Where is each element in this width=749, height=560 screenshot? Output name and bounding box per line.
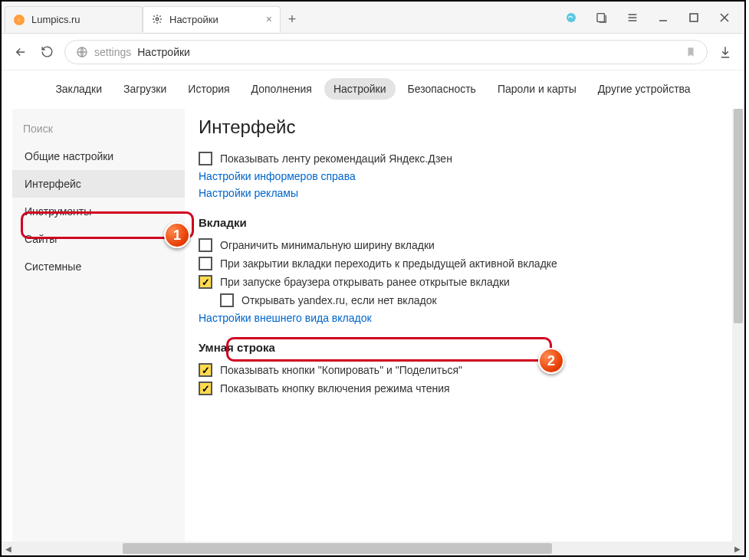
bookmark-icon[interactable] [685,46,696,58]
sidebar-search[interactable]: Поиск [12,115,185,142]
close-button[interactable] [718,11,731,24]
topnav-security[interactable]: Безопасность [399,78,485,100]
checkbox-icon[interactable] [199,382,212,395]
titlebar: Lumpics.ru Настройки × + [2,2,744,34]
tab-settings[interactable]: Настройки × [143,6,281,32]
svg-rect-3 [597,13,604,21]
address-field[interactable]: settings Настройки [64,40,708,64]
tab-strip: Lumpics.ru Настройки × + [2,2,551,33]
sidebar-item-general[interactable]: Общие настройки [12,142,185,170]
topnav-downloads[interactable]: Загрузки [114,78,176,100]
topnav-settings[interactable]: Настройки [324,78,396,100]
checkbox-label: Показывать кнопки "Копировать" и "Подели… [220,364,462,376]
settings-topnav: Закладки Загрузки История Дополнения Нас… [2,70,744,107]
scroll-left-icon[interactable]: ◀ [2,542,15,555]
tab-title: Lumpics.ru [31,14,80,25]
settings-sidebar: Поиск Общие настройки Интерфейс Инструме… [12,109,185,542]
section-title-tabs: Вкладки [199,216,728,229]
horizontal-scrollbar[interactable]: ◀ ▶ [2,542,744,555]
maximize-button[interactable] [688,11,700,24]
tab-title: Настройки [169,14,218,25]
checkbox-copy-share[interactable]: Показывать кнопки "Копировать" и "Подели… [199,363,728,377]
svg-rect-4 [690,14,698,21]
address-title: Настройки [137,46,190,58]
checkbox-icon[interactable] [220,293,234,307]
checkbox-icon[interactable] [199,257,212,270]
checkbox-icon[interactable] [199,275,212,289]
scrollbar-thumb[interactable] [123,543,552,554]
minimize-button[interactable] [657,11,669,24]
topnav-bookmarks[interactable]: Закладки [46,78,111,100]
checkbox-label: Показывать кнопку включения режима чтени… [220,382,450,395]
checkbox-open-yandex[interactable]: Открывать yandex.ru, если нет вкладок [220,293,728,307]
reload-button[interactable] [38,44,55,61]
orange-favicon-icon [13,14,25,26]
sidebar-item-sites[interactable]: Сайты [12,225,185,253]
section-title-interface: Интерфейс [199,116,728,138]
checkbox-restore-tabs[interactable]: При запуске браузера открывать ранее отк… [199,275,728,289]
checkbox-label: При закрытии вкладки переходить к предыд… [220,257,557,270]
checkbox-close-prev[interactable]: При закрытии вкладки переходить к предыд… [199,257,728,270]
address-context: settings [94,46,131,58]
close-icon[interactable]: × [266,13,272,25]
sidebar-item-system[interactable]: Системные [12,253,185,280]
checkbox-limit-width[interactable]: Ограничить минимальную ширину вкладки [199,238,728,252]
scroll-right-icon[interactable]: ▶ [731,542,744,555]
content-area: Поиск Общие настройки Интерфейс Инструме… [2,109,744,542]
search-placeholder: Поиск [23,123,53,135]
checkbox-icon[interactable] [199,363,212,377]
checkbox-reader[interactable]: Показывать кнопку включения режима чтени… [199,382,728,395]
sidebar-item-interface[interactable]: Интерфейс [12,170,185,198]
link-tab-appearance[interactable]: Настройки внешнего вида вкладок [199,312,728,324]
topnav-addons[interactable]: Дополнения [242,78,321,100]
scrollbar-track[interactable] [15,542,731,555]
browser-window: Lumpics.ru Настройки × + [0,0,746,557]
topnav-devices[interactable]: Другие устройства [589,78,700,100]
address-bar: settings Настройки [2,34,744,70]
checkbox-zen[interactable]: Показывать ленту рекомендаций Яндекс.Дзе… [199,152,728,165]
gear-icon [151,13,163,25]
topnav-passwords[interactable]: Пароли и карты [488,78,586,100]
window-controls [551,2,744,33]
section-title-smartline: Умная строка [199,341,728,354]
checkbox-icon[interactable] [199,238,212,252]
link-ads[interactable]: Настройки рекламы [199,187,728,199]
svg-point-1 [156,18,159,21]
new-tab-button[interactable]: + [281,6,304,33]
checkbox-icon[interactable] [199,152,212,165]
tab-lumpics[interactable]: Lumpics.ru [5,6,143,32]
sidebar-item-tools[interactable]: Инструменты [12,198,185,225]
menu-icon[interactable] [626,11,639,24]
weather-icon[interactable] [565,11,577,24]
downloads-icon[interactable] [717,44,734,61]
svg-point-2 [567,13,576,22]
collections-icon[interactable] [596,11,608,24]
site-icon [76,46,88,58]
back-button[interactable] [12,44,29,61]
link-informers[interactable]: Настройки информеров справа [199,170,728,182]
vertical-scrollbar[interactable] [732,109,734,542]
checkbox-label: Открывать yandex.ru, если нет вкладок [241,294,437,306]
topnav-history[interactable]: История [179,78,238,100]
settings-main: Интерфейс Показывать ленту рекомендаций … [199,109,734,542]
checkbox-label: При запуске браузера открывать ранее отк… [220,276,510,288]
checkbox-label: Показывать ленту рекомендаций Яндекс.Дзе… [220,152,452,165]
checkbox-label: Ограничить минимальную ширину вкладки [220,239,435,251]
